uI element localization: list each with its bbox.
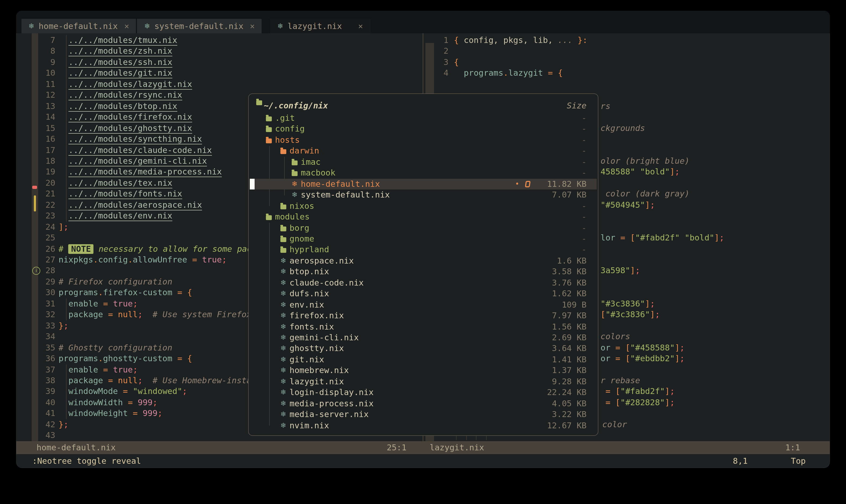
tree-item-label[interactable]: aerospace.nix: [290, 255, 354, 267]
tree-row[interactable]: ❄nvim.nix12.67 KB: [249, 420, 598, 431]
tree-row[interactable]: ❄env.nix109 B: [249, 299, 598, 310]
module-path-link[interactable]: ../../modules/env.nix: [68, 211, 172, 221]
code-line[interactable]: 1{ config, pkgs, lib, ... }:: [423, 35, 830, 46]
tree-item-label[interactable]: hyprland: [290, 245, 329, 255]
tab-system-default.nix[interactable]: ❄system-default.nix×: [137, 19, 262, 33]
module-path-link[interactable]: ../../modules/media-process.nix: [68, 167, 222, 177]
tree-item-label[interactable]: login-display.nix: [290, 387, 374, 398]
tree-row[interactable]: config-: [249, 124, 598, 135]
tree-row[interactable]: ❄media-process.nix4.05 KB: [249, 398, 598, 409]
module-path-link[interactable]: ../../modules/btop.nix: [68, 101, 177, 111]
tree-row[interactable]: ❄login-display.nix22.24 KB: [249, 387, 598, 398]
code-line[interactable]: 7 ../../modules/tmux.nix: [16, 35, 423, 46]
tree-item-label[interactable]: darwin: [290, 146, 319, 157]
close-icon[interactable]: ×: [358, 21, 363, 31]
tree-row[interactable]: borg-: [249, 222, 598, 233]
tree-row[interactable]: modules-: [249, 212, 598, 222]
tree-item-label[interactable]: homebrew.nix: [290, 365, 349, 376]
code-token: ;: [635, 266, 640, 276]
tree-item-label[interactable]: nvim.nix: [290, 420, 329, 431]
module-path-link[interactable]: ../../modules/tmux.nix: [68, 35, 177, 45]
tree-item-label[interactable]: lazygit.nix: [290, 376, 344, 387]
tree-item-label[interactable]: system-default.nix: [301, 190, 390, 200]
module-path-link[interactable]: ../../modules/ghostty.nix: [68, 123, 192, 133]
module-path-link[interactable]: ../../modules/claude-code.nix: [68, 145, 212, 155]
tree-row[interactable]: ❄fonts.nix1.56 KB: [249, 321, 598, 332]
module-path-link[interactable]: ../../modules/syncthing.nix: [68, 134, 202, 144]
tree-row[interactable]: ❄aerospace.nix1.6 KB: [249, 255, 598, 267]
code-line[interactable]: 2: [423, 46, 830, 57]
tree-item-label[interactable]: claude-code.nix: [290, 277, 364, 288]
module-path-link[interactable]: ../../modules/lazygit.nix: [68, 79, 192, 89]
module-path-link[interactable]: ../../modules/ssh.nix: [68, 57, 172, 67]
module-path-link[interactable]: ../../modules/firefox.nix: [68, 112, 192, 122]
tree-item-label[interactable]: macbook: [301, 168, 335, 179]
tree-item-label[interactable]: gnome: [290, 233, 314, 245]
tree-row[interactable]: ❄btop.nix3.58 KB: [249, 267, 598, 277]
tree-row[interactable]: ❄homebrew.nix1.37 KB: [249, 365, 598, 376]
code-token: ;: [719, 233, 724, 242]
module-path-link[interactable]: ../../modules/zsh.nix: [68, 47, 172, 56]
code-line[interactable]: 4 programs.lazygit = {: [423, 68, 830, 79]
tree-item-label[interactable]: modules: [275, 212, 310, 222]
code-line[interactable]: 8 ../../modules/zsh.nix: [16, 46, 423, 57]
tree-row[interactable]: darwin-: [249, 146, 598, 157]
tree-row[interactable]: ❄home-default.nix•11.82 KB: [249, 178, 598, 190]
tree-row[interactable]: ❄system-default.nix7.07 KB: [249, 190, 598, 200]
close-icon[interactable]: ×: [124, 21, 129, 31]
tree-row[interactable]: .git-: [249, 113, 598, 124]
code-line[interactable]: 3{: [423, 57, 830, 68]
tree-item-label[interactable]: git.nix: [290, 354, 324, 365]
module-path-link[interactable]: ../../modules/aerospace.nix: [68, 200, 202, 210]
tree-row[interactable]: macbook-: [249, 168, 598, 179]
tree-row[interactable]: imac-: [249, 157, 598, 168]
code-token: "#458588": [631, 343, 675, 353]
tree-item-label[interactable]: dufs.nix: [290, 288, 329, 299]
tree-item-label[interactable]: btop.nix: [290, 267, 329, 277]
tab-lazygit.nix[interactable]: ❄lazygit.nix×: [271, 19, 370, 33]
tree-row[interactable]: ❄dufs.nix1.62 KB: [249, 288, 598, 299]
tab-home-default.nix[interactable]: ❄home-default.nix×: [21, 19, 136, 33]
tree-item-label[interactable]: ghostty.nix: [290, 343, 344, 354]
tree-item-label[interactable]: config: [275, 124, 305, 135]
tree-item-label[interactable]: borg: [290, 222, 309, 233]
close-icon[interactable]: ×: [250, 21, 255, 31]
tree-row[interactable]: ❄ghostty.nix3.64 KB: [249, 343, 598, 354]
tree-row[interactable]: nixos-: [249, 200, 598, 212]
tree-item-label[interactable]: hosts: [275, 135, 300, 146]
tree-row[interactable]: ❄gemini-cli.nix2.69 KB: [249, 332, 598, 343]
code-token: nixpkgs: [58, 255, 93, 265]
code-line[interactable]: 11 ../../modules/lazygit.nix: [16, 79, 423, 90]
tree-item-label[interactable]: gemini-cli.nix: [290, 332, 359, 343]
tree-item-label[interactable]: home-default.nix: [301, 178, 380, 190]
tree-item-label[interactable]: env.nix: [290, 299, 324, 310]
tree-item-label[interactable]: media-process.nix: [290, 398, 374, 409]
buffer-tab-bar: ❄home-default.nix×❄system-default.nix×❄l…: [16, 11, 830, 33]
module-path-link[interactable]: ../../modules/tex.nix: [68, 178, 172, 188]
tree-row[interactable]: ❄firefox.nix7.97 KB: [249, 310, 598, 321]
tree-item-label[interactable]: nixos: [290, 200, 314, 212]
module-path-link[interactable]: ../../modules/rsync.nix: [68, 90, 183, 100]
code-line[interactable]: 9 ../../modules/ssh.nix: [16, 57, 423, 68]
tree-row[interactable]: hosts-: [249, 135, 598, 146]
code-token: .: [128, 255, 133, 265]
command-line[interactable]: :Neotree toggle reveal 8,1 Top: [16, 454, 830, 468]
tree-item-label[interactable]: imac: [301, 157, 321, 168]
tree-item-label[interactable]: fonts.nix: [290, 321, 334, 332]
module-path-link[interactable]: ../../modules/gemini-cli.nix: [68, 156, 207, 166]
tree-row[interactable]: gnome-: [249, 233, 598, 245]
tree-row[interactable]: ❄lazygit.nix9.28 KB: [249, 376, 598, 387]
tree-item-label[interactable]: .git: [275, 113, 295, 124]
tree-row[interactable]: hyprland-: [249, 245, 598, 255]
code-line[interactable]: 10 ../../modules/git.nix: [16, 68, 423, 79]
code-token: [58, 112, 68, 122]
module-path-link[interactable]: ../../modules/fonts.nix: [68, 189, 183, 199]
tree-row[interactable]: ❄media-server.nix3.22 KB: [249, 409, 598, 420]
tree-row[interactable]: ❄git.nix1.41 KB: [249, 354, 598, 365]
tree-row[interactable]: ❄claude-code.nix3.76 KB: [249, 277, 598, 288]
tree-item-label[interactable]: firefox.nix: [290, 310, 344, 321]
module-path-link[interactable]: ../../modules/git.nix: [68, 69, 172, 78]
tree-item-label[interactable]: media-server.nix: [290, 409, 369, 420]
code-token: lazygit: [508, 69, 543, 78]
fragment-text: lor = ["#fabd2f" "bold"];: [601, 232, 724, 244]
